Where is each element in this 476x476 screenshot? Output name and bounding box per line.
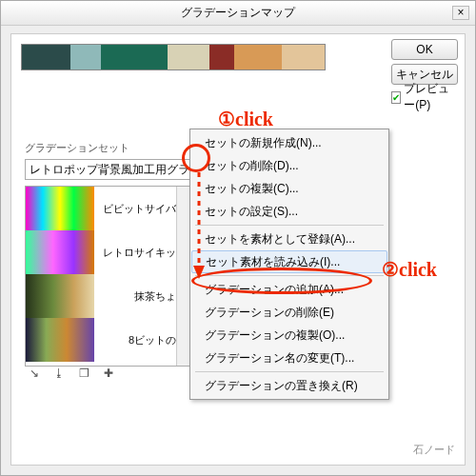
close-icon[interactable]: ×	[452, 6, 469, 20]
menu-item[interactable]: セットの新規作成(N)...	[191, 131, 387, 154]
context-menu: セットの新規作成(N)...セットの削除(D)...セットの複製(C)...セッ…	[189, 129, 389, 400]
titlebar: グラデーションマップ ×	[1, 1, 475, 26]
annotation-oval-2	[191, 268, 372, 294]
list-toolbar: ↘ ⭳ ❐ ✚	[25, 364, 118, 383]
list-item[interactable]: ビビットサイバー	[26, 187, 190, 230]
annotation-arrow-icon	[191, 172, 210, 287]
gradient-list[interactable]: ビビットサイバー レトロサイキック 抹茶ちょこ 8ビットの夜	[25, 186, 191, 367]
gradient-preview-bar[interactable]	[21, 44, 326, 70]
checkbox-icon: ✔	[391, 91, 401, 104]
menu-item[interactable]: グラデーション名の変更(T)...	[191, 347, 387, 369]
list-item[interactable]: 抹茶ちょこ	[26, 274, 190, 318]
menu-item[interactable]: グラデーションの削除(E)	[191, 301, 387, 324]
import-icon[interactable]: ↘	[25, 364, 44, 383]
menu-item[interactable]: グラデーションの置き換え(R)	[191, 374, 387, 397]
list-item[interactable]: 8ビットの夜	[26, 318, 190, 362]
duplicate-icon[interactable]: ❐	[74, 364, 93, 383]
dialog-title: グラデーションマップ	[181, 5, 295, 21]
annotation-circle-1	[182, 144, 210, 172]
gradient-set-group: グラデーションセット レトロポップ背景風加工用グラデ ▼ 🔧 ビビットサイバー …	[25, 141, 191, 367]
add-icon[interactable]: ✚	[99, 364, 118, 383]
menu-item[interactable]: セットを素材として登録(A)...	[191, 228, 387, 250]
menu-item[interactable]: セットの複製(C)...	[191, 177, 387, 200]
export-icon[interactable]: ⭳	[50, 364, 69, 383]
list-item[interactable]: レトロサイキック	[26, 230, 190, 274]
gradient-set-label: グラデーションセット	[25, 141, 191, 155]
preview-label: プレビュー(P)	[404, 81, 458, 113]
menu-item[interactable]: セットの設定(S)...	[191, 200, 387, 223]
annotation-click2: ②click	[382, 258, 437, 281]
corner-label: 石ノード	[413, 443, 455, 457]
annotation-click1: ①click	[218, 108, 273, 130]
menu-item[interactable]: セットの削除(D)...	[191, 154, 387, 177]
menu-item[interactable]: グラデーションの複製(O)...	[191, 324, 387, 347]
preview-checkbox[interactable]: ✔ プレビュー(P)	[391, 89, 458, 106]
ok-button[interactable]: OK	[391, 39, 458, 60]
scrollbar[interactable]	[176, 187, 190, 366]
gradation-map-dialog: グラデーションマップ × ◀ ▶ 🔒 🪣 位置(O): ▲ ▼	[0, 0, 476, 476]
right-button-column: OK キャンセル ✔ プレビュー(P)	[391, 39, 458, 106]
